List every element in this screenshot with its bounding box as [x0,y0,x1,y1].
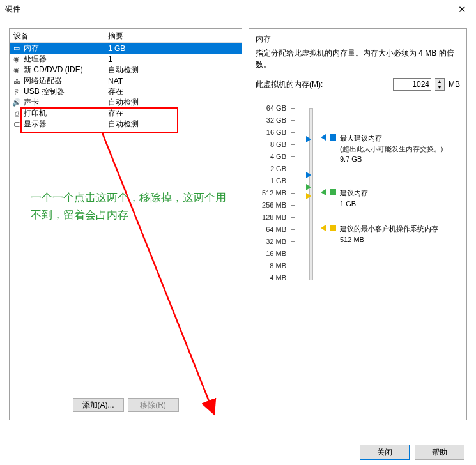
memory-icon: ▭ [12,44,21,53]
legend-max-sub: (超出此大小可能发生内存交换。) [340,144,443,155]
cpu-icon: ◉ [12,55,21,64]
legend-max-label: 最大建议内存 [340,133,443,144]
remove-button[interactable]: 移除(R) [128,398,179,412]
tick-label: 8 GB [256,139,286,151]
hardware-row[interactable]: ⎙打印机存在 [10,108,242,119]
add-button[interactable]: 添加(A)... [73,398,124,412]
tick-label: 4 MB [256,272,286,284]
memory-spinner[interactable]: ▲▼ [435,78,445,91]
display-icon: 🖵 [12,120,21,129]
legend-max-value: 9.7 GB [340,154,443,165]
close-icon[interactable]: ✕ [453,1,471,19]
net-icon: 🖧 [12,77,21,86]
usb-icon: ⎘ [12,88,21,96]
close-button[interactable]: 关闭 [360,445,410,460]
device-name: 打印机 [24,108,47,119]
window-title: 硬件 [5,4,453,15]
marker-green-tri [321,189,326,195]
marker-blue-sq [330,134,336,141]
tick-label: 64 MB [256,224,286,236]
dialog-body: 设备 摘要 ▭内存1 GB◉处理器1◉新 CD/DVD (IDE)自动检测🖧网络… [0,19,476,420]
legend-max: 最大建议内存 (超出此大小可能发生内存交换。) 9.7 GB [321,133,443,165]
printer-icon: ⎙ [12,109,21,118]
device-summary: NAT [104,77,123,86]
legend: 最大建议内存 (超出此大小可能发生内存交换。) 9.7 GB 建议内存 1 GB [321,102,460,284]
col-device: 设备 [10,29,104,42]
hardware-row[interactable]: 🔊声卡自动检测 [10,97,242,108]
marker-blue-tri [321,134,326,141]
memory-unit: MB [449,80,460,89]
sound-icon: 🔊 [12,98,21,107]
titlebar: 硬件 ✕ [0,0,476,19]
table-header: 设备 摘要 [10,29,242,43]
device-summary: 存在 [104,108,123,119]
device-summary: 自动检测 [104,119,139,130]
hardware-row[interactable]: 🖵显示器自动检测 [10,119,242,130]
tick-label: 2 GB [256,163,286,175]
tick-label: 32 MB [256,236,286,248]
memory-panel: 内存 指定分配给此虚拟机的内存量。内存大小必须为 4 MB 的倍数。 此虚拟机的… [249,28,467,420]
device-name: USB 控制器 [24,86,65,97]
memory-desc: 指定分配给此虚拟机的内存量。内存大小必须为 4 MB 的倍数。 [256,47,460,70]
help-button[interactable]: 帮助 [415,445,464,460]
device-summary: 存在 [104,86,123,97]
marker-yellow-tri [321,225,326,231]
device-summary: 自动检测 [104,97,139,108]
hardware-table: 设备 摘要 ▭内存1 GB◉处理器1◉新 CD/DVD (IDE)自动检测🖧网络… [10,29,242,420]
memory-slider[interactable] [304,102,316,284]
device-summary: 1 [104,55,112,64]
marker-yellow-sq [330,225,336,231]
memory-input-row: 此虚拟机的内存(M): ▲▼ MB [256,78,460,91]
device-name: 新 CD/DVD (IDE) [24,65,83,75]
tick-label: 8 MB [256,260,286,272]
marker-green-sq [330,189,336,195]
memory-title: 内存 [256,34,460,45]
legend-rec-value: 1 GB [340,199,368,210]
device-name: 网络适配器 [24,75,62,86]
tick-label: 16 GB [256,126,286,139]
tick-label: 1 GB [256,175,286,187]
memory-input-label: 此虚拟机的内存(M): [256,79,323,90]
tick-label: 128 MB [256,211,286,224]
tick-label: 32 GB [256,114,286,126]
device-summary: 1 GB [104,44,125,53]
hardware-row[interactable]: ▭内存1 GB [10,43,242,54]
disc-icon: ◉ [12,66,21,75]
tick-label: 4 GB [256,151,286,163]
device-summary: 自动检测 [104,65,139,75]
col-summary: 摘要 [104,29,123,42]
hardware-row[interactable]: ◉处理器1 [10,54,242,65]
device-name: 显示器 [24,119,47,130]
device-name: 声卡 [24,97,39,108]
legend-min: 建议的最小客户机操作系统内存 512 MB [321,224,438,245]
device-name: 处理器 [24,54,47,65]
memory-slider-area: 64 GB32 GB16 GB8 GB4 GB2 GB1 GB512 MB256… [256,102,460,284]
hardware-row[interactable]: ⎘USB 控制器存在 [10,86,242,97]
tick-label: 512 MB [256,187,286,199]
hardware-row[interactable]: 🖧网络适配器NAT [10,75,242,86]
hardware-list-panel: 设备 摘要 ▭内存1 GB◉处理器1◉新 CD/DVD (IDE)自动检测🖧网络… [9,28,242,420]
legend-min-value: 512 MB [340,234,438,245]
tick-label: 64 GB [256,102,286,114]
legend-min-label: 建议的最小客户机操作系统内存 [340,224,438,234]
dialog-footer: 关闭 帮助 [360,445,464,460]
device-name: 内存 [24,43,39,54]
list-buttons: 添加(A)... 移除(R) [10,394,242,416]
tick-labels: 64 GB32 GB16 GB8 GB4 GB2 GB1 GB512 MB256… [256,102,286,284]
tick-label: 16 MB [256,248,286,260]
hardware-row[interactable]: ◉新 CD/DVD (IDE)自动检测 [10,65,242,75]
memory-input[interactable] [393,78,431,91]
legend-rec: 建议内存 1 GB [321,188,368,209]
legend-rec-label: 建议内存 [340,188,368,199]
tick-marks [291,102,299,284]
tick-label: 256 MB [256,199,286,211]
